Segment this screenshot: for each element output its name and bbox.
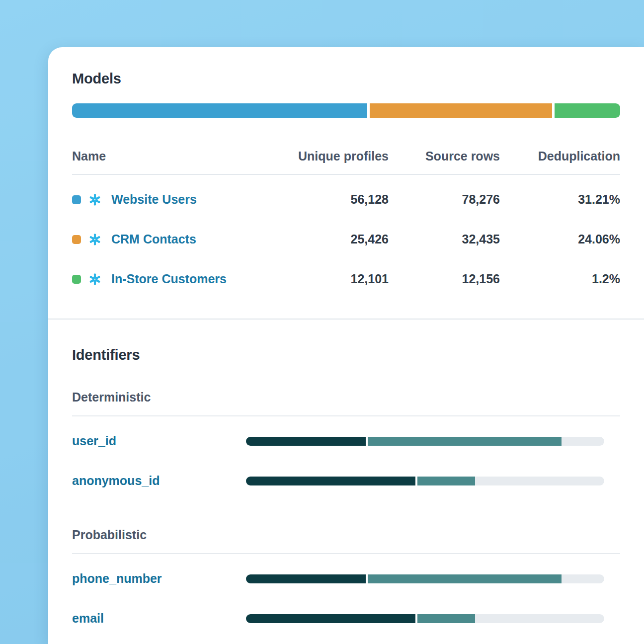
coverage-segment xyxy=(246,614,415,623)
models-title: Models xyxy=(72,71,620,87)
section-divider xyxy=(48,319,644,320)
column-header-name: Name xyxy=(72,149,277,163)
identifier-group-items: user_id anonymous_id xyxy=(72,421,620,501)
snowflake-icon xyxy=(88,233,102,246)
identifier-group-divider xyxy=(72,553,620,554)
identifier-group: Deterministic user_id anonymous_id xyxy=(72,390,620,501)
coverage-segment xyxy=(246,477,415,485)
model-table-row: Website Users 56,128 78,276 31.21% xyxy=(72,180,620,220)
identifier-group-label: Probabilistic xyxy=(72,527,620,542)
model-color-swatch xyxy=(72,235,81,244)
models-section: Models Name Unique profiles Source rows … xyxy=(72,71,620,299)
models-table-header: Name Unique profiles Source rows Dedupli… xyxy=(72,149,620,175)
source-rows-value: 32,435 xyxy=(389,232,500,246)
deduplication-value: 31.21% xyxy=(500,192,620,207)
identifier-name-link[interactable]: anonymous_id xyxy=(72,474,246,488)
unique-profiles-value: 56,128 xyxy=(277,192,389,207)
coverage-segment xyxy=(368,437,561,446)
model-table-row: In-Store Customers 12,101 12,156 1.2% xyxy=(72,259,620,299)
coverage-segment xyxy=(562,574,604,583)
identifier-row: email xyxy=(72,599,620,639)
identifier-name-link[interactable]: email xyxy=(72,611,246,626)
model-name-cell: Website Users xyxy=(72,192,277,207)
snowflake-icon xyxy=(88,272,102,286)
unique-profiles-value: 12,101 xyxy=(277,272,389,286)
coverage-segment xyxy=(417,614,475,623)
deduplication-value: 24.06% xyxy=(500,232,620,246)
distribution-segment xyxy=(72,103,367,118)
identifier-name-link[interactable]: user_id xyxy=(72,434,246,448)
column-header-deduplication: Deduplication xyxy=(500,149,620,163)
model-name-link[interactable]: Website Users xyxy=(111,192,197,207)
model-color-swatch xyxy=(72,275,81,284)
coverage-segment xyxy=(562,437,604,446)
distribution-segment xyxy=(370,103,552,118)
model-name-link[interactable]: In-Store Customers xyxy=(111,272,227,286)
identifier-row: anonymous_id xyxy=(72,461,620,501)
identifier-group-divider xyxy=(72,415,620,416)
coverage-segment xyxy=(475,614,604,623)
model-name-link[interactable]: CRM Contacts xyxy=(111,232,196,246)
model-distribution-bar xyxy=(72,103,620,118)
identifier-row: user_id xyxy=(72,421,620,461)
profiles-overview-card: Models Name Unique profiles Source rows … xyxy=(48,47,644,644)
deduplication-value: 1.2% xyxy=(500,272,620,286)
identifier-coverage-bar xyxy=(246,574,604,583)
identifier-row: phone_number xyxy=(72,559,620,599)
identifier-group: Probabilistic phone_number email xyxy=(72,527,620,639)
identifier-group-label: Deterministic xyxy=(72,390,620,404)
distribution-segment xyxy=(555,103,620,118)
identifier-groups: Deterministic user_id anonymous_id Proba… xyxy=(72,390,620,639)
coverage-segment xyxy=(368,574,561,583)
identifiers-title: Identifiers xyxy=(72,347,620,363)
models-table-body: Website Users 56,128 78,276 31.21% xyxy=(72,180,620,299)
coverage-segment xyxy=(475,477,604,485)
identifiers-section: Identifiers Deterministic user_id anonym… xyxy=(72,347,620,639)
identifier-coverage-bar xyxy=(246,614,604,623)
column-header-source-rows: Source rows xyxy=(389,149,500,163)
source-rows-value: 78,276 xyxy=(389,192,500,207)
unique-profiles-value: 25,426 xyxy=(277,232,389,246)
coverage-segment xyxy=(246,437,366,446)
models-table: Name Unique profiles Source rows Dedupli… xyxy=(72,149,620,299)
model-name-cell: In-Store Customers xyxy=(72,272,277,286)
identifier-coverage-bar xyxy=(246,437,604,446)
identifier-name-link[interactable]: phone_number xyxy=(72,571,246,586)
model-name-cell: CRM Contacts xyxy=(72,232,277,246)
column-header-unique-profiles: Unique profiles xyxy=(277,149,389,163)
model-color-swatch xyxy=(72,195,81,204)
snowflake-icon xyxy=(88,193,102,207)
coverage-segment xyxy=(417,477,475,485)
source-rows-value: 12,156 xyxy=(389,272,500,286)
model-table-row: CRM Contacts 25,426 32,435 24.06% xyxy=(72,220,620,259)
page-background: Models Name Unique profiles Source rows … xyxy=(0,0,644,644)
identifier-group-items: phone_number email xyxy=(72,559,620,639)
coverage-segment xyxy=(246,574,366,583)
identifier-coverage-bar xyxy=(246,477,604,485)
